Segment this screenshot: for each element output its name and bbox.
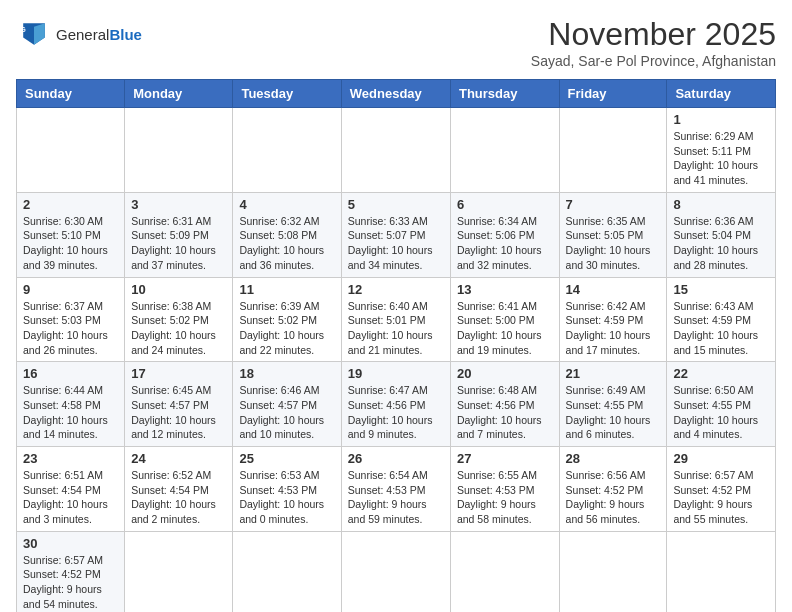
calendar-week-row: 1Sunrise: 6:29 AM Sunset: 5:11 PM Daylig…: [17, 108, 776, 193]
day-info: Sunrise: 6:41 AM Sunset: 5:00 PM Dayligh…: [457, 299, 553, 358]
day-number: 16: [23, 366, 118, 381]
calendar-table: Sunday Monday Tuesday Wednesday Thursday…: [16, 79, 776, 612]
day-info: Sunrise: 6:32 AM Sunset: 5:08 PM Dayligh…: [239, 214, 334, 273]
calendar-cell: 18Sunrise: 6:46 AM Sunset: 4:57 PM Dayli…: [233, 362, 341, 447]
day-info: Sunrise: 6:51 AM Sunset: 4:54 PM Dayligh…: [23, 468, 118, 527]
day-info: Sunrise: 6:54 AM Sunset: 4:53 PM Dayligh…: [348, 468, 444, 527]
day-info: Sunrise: 6:38 AM Sunset: 5:02 PM Dayligh…: [131, 299, 226, 358]
day-info: Sunrise: 6:48 AM Sunset: 4:56 PM Dayligh…: [457, 383, 553, 442]
day-number: 14: [566, 282, 661, 297]
day-info: Sunrise: 6:36 AM Sunset: 5:04 PM Dayligh…: [673, 214, 769, 273]
calendar-cell: 11Sunrise: 6:39 AM Sunset: 5:02 PM Dayli…: [233, 277, 341, 362]
calendar-week-row: 30Sunrise: 6:57 AM Sunset: 4:52 PM Dayli…: [17, 531, 776, 612]
day-number: 21: [566, 366, 661, 381]
col-tuesday: Tuesday: [233, 80, 341, 108]
day-number: 29: [673, 451, 769, 466]
col-saturday: Saturday: [667, 80, 776, 108]
day-number: 18: [239, 366, 334, 381]
logo-text: GeneralBlue: [56, 26, 142, 43]
col-wednesday: Wednesday: [341, 80, 450, 108]
calendar-cell: 30Sunrise: 6:57 AM Sunset: 4:52 PM Dayli…: [17, 531, 125, 612]
day-number: 28: [566, 451, 661, 466]
logo-blue-text: Blue: [109, 26, 142, 43]
calendar-cell: 29Sunrise: 6:57 AM Sunset: 4:52 PM Dayli…: [667, 447, 776, 532]
day-info: Sunrise: 6:55 AM Sunset: 4:53 PM Dayligh…: [457, 468, 553, 527]
day-info: Sunrise: 6:35 AM Sunset: 5:05 PM Dayligh…: [566, 214, 661, 273]
day-number: 22: [673, 366, 769, 381]
calendar-cell: 25Sunrise: 6:53 AM Sunset: 4:53 PM Dayli…: [233, 447, 341, 532]
calendar-cell: 9Sunrise: 6:37 AM Sunset: 5:03 PM Daylig…: [17, 277, 125, 362]
calendar-cell: [125, 531, 233, 612]
col-sunday: Sunday: [17, 80, 125, 108]
calendar-week-row: 23Sunrise: 6:51 AM Sunset: 4:54 PM Dayli…: [17, 447, 776, 532]
calendar-cell: [559, 531, 667, 612]
calendar-cell: 16Sunrise: 6:44 AM Sunset: 4:58 PM Dayli…: [17, 362, 125, 447]
calendar-week-row: 9Sunrise: 6:37 AM Sunset: 5:03 PM Daylig…: [17, 277, 776, 362]
day-info: Sunrise: 6:46 AM Sunset: 4:57 PM Dayligh…: [239, 383, 334, 442]
col-thursday: Thursday: [450, 80, 559, 108]
location-subtitle: Sayad, Sar-e Pol Province, Afghanistan: [531, 53, 776, 69]
day-number: 12: [348, 282, 444, 297]
day-number: 17: [131, 366, 226, 381]
logo-general: General: [56, 26, 109, 43]
calendar-cell: 2Sunrise: 6:30 AM Sunset: 5:10 PM Daylig…: [17, 192, 125, 277]
day-number: 23: [23, 451, 118, 466]
day-info: Sunrise: 6:31 AM Sunset: 5:09 PM Dayligh…: [131, 214, 226, 273]
calendar-cell: [341, 531, 450, 612]
calendar-cell: 14Sunrise: 6:42 AM Sunset: 4:59 PM Dayli…: [559, 277, 667, 362]
day-number: 6: [457, 197, 553, 212]
day-number: 1: [673, 112, 769, 127]
day-info: Sunrise: 6:49 AM Sunset: 4:55 PM Dayligh…: [566, 383, 661, 442]
calendar-cell: [450, 531, 559, 612]
day-number: 7: [566, 197, 661, 212]
calendar-cell: [17, 108, 125, 193]
day-info: Sunrise: 6:43 AM Sunset: 4:59 PM Dayligh…: [673, 299, 769, 358]
day-info: Sunrise: 6:33 AM Sunset: 5:07 PM Dayligh…: [348, 214, 444, 273]
col-monday: Monday: [125, 80, 233, 108]
calendar-cell: 3Sunrise: 6:31 AM Sunset: 5:09 PM Daylig…: [125, 192, 233, 277]
calendar-cell: 6Sunrise: 6:34 AM Sunset: 5:06 PM Daylig…: [450, 192, 559, 277]
day-number: 4: [239, 197, 334, 212]
calendar-cell: [233, 531, 341, 612]
calendar-cell: 12Sunrise: 6:40 AM Sunset: 5:01 PM Dayli…: [341, 277, 450, 362]
day-number: 25: [239, 451, 334, 466]
day-number: 10: [131, 282, 226, 297]
day-info: Sunrise: 6:56 AM Sunset: 4:52 PM Dayligh…: [566, 468, 661, 527]
calendar-cell: [125, 108, 233, 193]
day-info: Sunrise: 6:29 AM Sunset: 5:11 PM Dayligh…: [673, 129, 769, 188]
day-number: 20: [457, 366, 553, 381]
calendar-cell: 22Sunrise: 6:50 AM Sunset: 4:55 PM Dayli…: [667, 362, 776, 447]
day-info: Sunrise: 6:42 AM Sunset: 4:59 PM Dayligh…: [566, 299, 661, 358]
calendar-cell: 21Sunrise: 6:49 AM Sunset: 4:55 PM Dayli…: [559, 362, 667, 447]
calendar-cell: 26Sunrise: 6:54 AM Sunset: 4:53 PM Dayli…: [341, 447, 450, 532]
day-number: 27: [457, 451, 553, 466]
day-number: 3: [131, 197, 226, 212]
page-header: G GeneralBlue November 2025 Sayad, Sar-e…: [16, 16, 776, 69]
day-number: 13: [457, 282, 553, 297]
day-info: Sunrise: 6:44 AM Sunset: 4:58 PM Dayligh…: [23, 383, 118, 442]
calendar-cell: [559, 108, 667, 193]
day-info: Sunrise: 6:34 AM Sunset: 5:06 PM Dayligh…: [457, 214, 553, 273]
day-info: Sunrise: 6:52 AM Sunset: 4:54 PM Dayligh…: [131, 468, 226, 527]
calendar-cell: 17Sunrise: 6:45 AM Sunset: 4:57 PM Dayli…: [125, 362, 233, 447]
day-info: Sunrise: 6:37 AM Sunset: 5:03 PM Dayligh…: [23, 299, 118, 358]
calendar-cell: 23Sunrise: 6:51 AM Sunset: 4:54 PM Dayli…: [17, 447, 125, 532]
day-number: 5: [348, 197, 444, 212]
day-info: Sunrise: 6:57 AM Sunset: 4:52 PM Dayligh…: [673, 468, 769, 527]
calendar-cell: 20Sunrise: 6:48 AM Sunset: 4:56 PM Dayli…: [450, 362, 559, 447]
calendar-cell: 5Sunrise: 6:33 AM Sunset: 5:07 PM Daylig…: [341, 192, 450, 277]
col-friday: Friday: [559, 80, 667, 108]
calendar-cell: 7Sunrise: 6:35 AM Sunset: 5:05 PM Daylig…: [559, 192, 667, 277]
calendar-cell: 13Sunrise: 6:41 AM Sunset: 5:00 PM Dayli…: [450, 277, 559, 362]
svg-marker-1: [34, 23, 45, 45]
day-number: 19: [348, 366, 444, 381]
calendar-header-row: Sunday Monday Tuesday Wednesday Thursday…: [17, 80, 776, 108]
calendar-cell: 27Sunrise: 6:55 AM Sunset: 4:53 PM Dayli…: [450, 447, 559, 532]
day-number: 9: [23, 282, 118, 297]
day-info: Sunrise: 6:53 AM Sunset: 4:53 PM Dayligh…: [239, 468, 334, 527]
day-number: 30: [23, 536, 118, 551]
calendar-cell: 10Sunrise: 6:38 AM Sunset: 5:02 PM Dayli…: [125, 277, 233, 362]
day-info: Sunrise: 6:57 AM Sunset: 4:52 PM Dayligh…: [23, 553, 118, 612]
title-area: November 2025 Sayad, Sar-e Pol Province,…: [531, 16, 776, 69]
day-number: 15: [673, 282, 769, 297]
